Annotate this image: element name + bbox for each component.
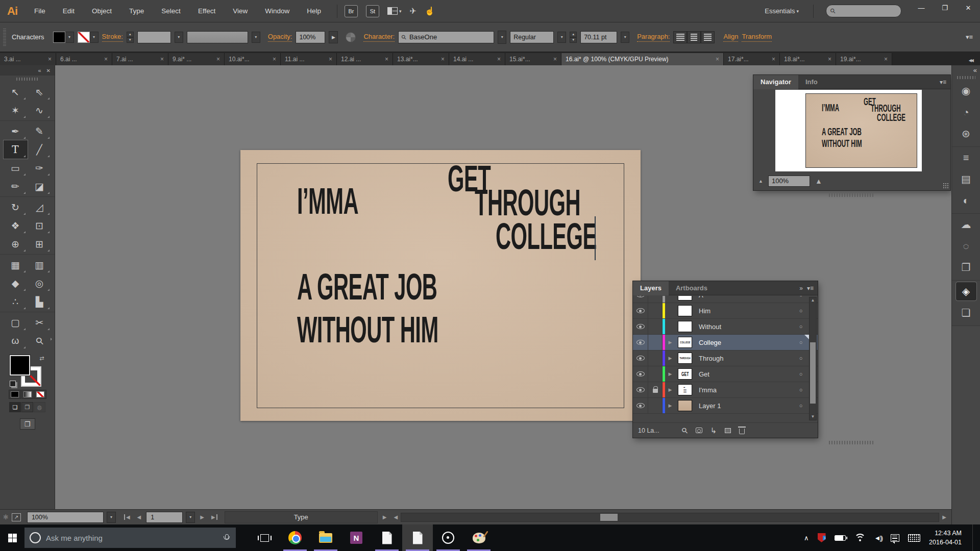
zoom-level-dropdown[interactable]: ▾ bbox=[107, 512, 116, 523]
text-imma[interactable]: I’MMA bbox=[297, 183, 358, 219]
hand-tool[interactable]: ω bbox=[4, 332, 28, 350]
rotate-tool[interactable]: ↻ bbox=[4, 198, 28, 216]
color-icon[interactable]: ◉ bbox=[956, 82, 976, 100]
layer-name[interactable]: Without bbox=[695, 319, 794, 334]
lock-cell[interactable] bbox=[648, 303, 663, 318]
cortana-search-box[interactable] bbox=[24, 528, 236, 548]
tab-close-icon[interactable]: × bbox=[828, 56, 831, 63]
text-college[interactable]: COLLEGE bbox=[496, 218, 597, 255]
blend-tool[interactable]: ◎ bbox=[28, 274, 52, 292]
minimize-button[interactable]: — bbox=[910, 0, 933, 15]
align-link[interactable]: Align bbox=[723, 33, 738, 42]
toolbar-grip[interactable] bbox=[16, 78, 39, 81]
layer-name[interactable]: Through bbox=[695, 350, 794, 366]
menu-type[interactable]: Type bbox=[120, 0, 153, 22]
font-size-stepper[interactable]: ▴▾ bbox=[570, 32, 577, 43]
lock-cell[interactable] bbox=[648, 398, 663, 413]
document-tab[interactable]: 19.ai*...× bbox=[836, 53, 892, 65]
tab-close-icon[interactable]: × bbox=[772, 56, 775, 63]
rectangle-tool[interactable]: ▭ bbox=[4, 159, 28, 177]
line-segment-tool[interactable]: ╱ bbox=[28, 140, 52, 159]
stroke-weight-stepper[interactable]: ▴▾ bbox=[127, 32, 134, 43]
prev-artboard-button[interactable]: ◀ bbox=[135, 514, 143, 520]
locate-object-icon[interactable]: ⚲ bbox=[679, 425, 690, 436]
dock-collapse-icon[interactable]: « bbox=[969, 65, 980, 74]
expand-arrow-icon[interactable]: ▶ bbox=[665, 398, 675, 413]
cc-libraries-icon[interactable]: ☁ bbox=[956, 215, 976, 234]
document-tab[interactable]: 14.ai ...× bbox=[449, 53, 505, 65]
document-app-icon-2[interactable] bbox=[402, 524, 433, 551]
layer-name[interactable]: Get bbox=[695, 366, 794, 382]
symbol-sprayer-tool[interactable]: ∴ bbox=[4, 292, 28, 311]
visibility-cell[interactable] bbox=[633, 350, 648, 366]
transparency-icon[interactable]: ◐ bbox=[956, 191, 976, 210]
navigator-zoom-field[interactable]: 100% bbox=[768, 176, 810, 187]
control-panel-menu-icon[interactable]: ▾≡ bbox=[966, 33, 977, 41]
align-center-button[interactable] bbox=[687, 31, 701, 43]
draw-normal-button[interactable]: ❏ bbox=[9, 402, 21, 412]
paint-app-icon[interactable] bbox=[463, 524, 494, 551]
tab-close-icon[interactable]: × bbox=[104, 56, 108, 63]
default-fill-stroke-icon[interactable] bbox=[10, 381, 16, 387]
file-explorer-app-icon[interactable] bbox=[310, 524, 341, 551]
stroke-color-dropdown[interactable]: ▾ bbox=[90, 32, 99, 43]
layer-row-layer-1[interactable]: ▶Layer 1○ bbox=[633, 398, 818, 414]
layer-target-icon[interactable]: ○ bbox=[794, 296, 807, 303]
layer-name[interactable]: Layer 1 bbox=[695, 398, 794, 413]
artboard-number-field[interactable]: 1 bbox=[146, 512, 183, 523]
document-tab[interactable]: 12.ai ...× bbox=[337, 53, 393, 65]
navigator-preview[interactable]: I’MMA GET THROUGH COLLEGE A GREAT JOB WI… bbox=[753, 89, 950, 171]
scale-tool[interactable]: ◿ bbox=[28, 198, 52, 216]
layers-drag-grip[interactable] bbox=[829, 441, 875, 444]
layer-row-college[interactable]: ▶COLLEGECollege○ bbox=[633, 335, 818, 350]
layer-target-icon[interactable]: ○ bbox=[794, 382, 807, 397]
color-button[interactable] bbox=[9, 390, 21, 399]
visibility-cell[interactable] bbox=[633, 319, 648, 334]
layer-target-icon[interactable]: ○ bbox=[794, 303, 807, 318]
screen-mode-button[interactable]: ❐ bbox=[20, 418, 35, 430]
clipping-mask-icon[interactable] bbox=[696, 428, 702, 433]
type-tool[interactable]: T bbox=[4, 140, 28, 159]
visibility-cell[interactable] bbox=[633, 382, 648, 397]
panel-grip[interactable] bbox=[3, 29, 6, 46]
delete-layer-icon[interactable] bbox=[739, 427, 745, 434]
character-label[interactable]: Character: bbox=[363, 33, 395, 42]
gradient-button[interactable] bbox=[21, 390, 34, 399]
layer-target-icon[interactable]: ○ bbox=[794, 366, 807, 382]
artboard[interactable]: I’MMA GET THROUGH COLLEGE A GREAT JOB WI… bbox=[240, 150, 641, 421]
variable-width-profile-dropdown[interactable]: ▾ bbox=[252, 32, 260, 43]
layer-name[interactable]: I'mma bbox=[695, 382, 794, 397]
gpu-performance-icon[interactable]: ✈ bbox=[410, 6, 416, 16]
document-tab[interactable]: 16.ai* @ 100% (CMYK/GPU Preview)× bbox=[561, 53, 724, 65]
lock-cell[interactable] bbox=[648, 319, 663, 334]
menu-select[interactable]: Select bbox=[153, 0, 189, 22]
paragraph-label[interactable]: Paragraph: bbox=[637, 33, 670, 42]
lock-cell[interactable] bbox=[648, 350, 663, 366]
font-family-field[interactable]: ⚲ BaseOne bbox=[398, 31, 494, 43]
first-artboard-button[interactable]: ◀ bbox=[124, 514, 132, 520]
font-style-field[interactable]: Regular bbox=[510, 31, 554, 43]
font-family-dropdown[interactable]: ▾ bbox=[498, 31, 506, 44]
fill-color-swatch[interactable] bbox=[53, 32, 65, 43]
visibility-cell[interactable] bbox=[633, 366, 648, 382]
layer-row-a[interactable]: A○ bbox=[633, 296, 818, 303]
scrollbar-thumb[interactable] bbox=[600, 514, 618, 521]
document-tab[interactable]: 17.ai*...× bbox=[724, 53, 780, 65]
document-tab[interactable]: 9.ai* ...× bbox=[168, 53, 225, 65]
last-artboard-button[interactable]: ▶ bbox=[209, 514, 217, 520]
paintbrush-tool[interactable]: ✑ bbox=[28, 159, 52, 177]
wifi-icon[interactable] bbox=[854, 534, 866, 542]
layer-row-through[interactable]: ▶THROUGHThrough○ bbox=[633, 350, 818, 366]
align-right-button[interactable] bbox=[701, 31, 715, 43]
lock-cell[interactable] bbox=[648, 335, 663, 350]
pencil-tool[interactable]: ✏ bbox=[4, 177, 28, 195]
touch-workspace-icon[interactable]: ☝ bbox=[425, 6, 435, 16]
document-tab[interactable]: 15.ai*...× bbox=[505, 53, 561, 65]
links-icon[interactable]: ❐ bbox=[956, 258, 976, 277]
recolor-artwork-icon[interactable] bbox=[346, 32, 356, 42]
navigator-resize-grip[interactable] bbox=[943, 183, 949, 189]
taskbar-clock[interactable]: 12:43 AM 2016-04-01 bbox=[929, 529, 964, 547]
toolbar-collapse-icon[interactable]: « bbox=[38, 67, 41, 73]
lock-cell[interactable] bbox=[648, 366, 663, 382]
visibility-cell[interactable] bbox=[633, 335, 648, 350]
